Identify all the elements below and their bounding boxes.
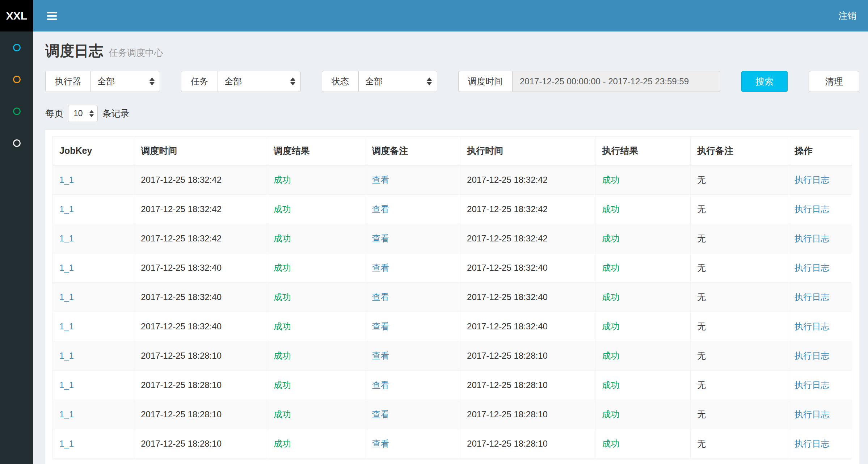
cell-sched-time: 2017-12-25 18:32:40 xyxy=(134,253,267,283)
sched-result-text: 成功 xyxy=(274,380,291,390)
sidebar-item-menu-3[interactable] xyxy=(0,95,33,127)
cell-exec-remark: 无 xyxy=(690,195,788,224)
exec-log-link[interactable]: 执行日志 xyxy=(795,292,829,302)
jobkey-link[interactable]: 1_1 xyxy=(59,321,74,331)
sched-remark-link[interactable]: 查看 xyxy=(372,439,389,448)
clear-button[interactable]: 清理 xyxy=(809,71,859,92)
exec-log-link[interactable]: 执行日志 xyxy=(795,351,829,360)
cell-action: 执行日志 xyxy=(788,429,852,459)
circle-icon xyxy=(13,76,21,83)
cell-exec-result: 成功 xyxy=(595,312,691,341)
exec-log-link[interactable]: 执行日志 xyxy=(795,175,829,185)
executor-filter-label: 执行器 xyxy=(45,71,90,92)
circle-icon xyxy=(13,139,21,147)
page-title: 调度日志 xyxy=(45,41,103,61)
time-range-input[interactable] xyxy=(512,71,720,92)
circle-icon xyxy=(13,107,21,115)
cell-action: 执行日志 xyxy=(788,312,852,341)
job-filter-label: 任务 xyxy=(181,71,218,92)
jobkey-link[interactable]: 1_1 xyxy=(59,292,74,302)
sched-result-text: 成功 xyxy=(274,292,291,302)
exec-log-link[interactable]: 执行日志 xyxy=(795,380,829,390)
sched-remark-link[interactable]: 查看 xyxy=(372,380,389,390)
table-row: 1_1 2017-12-25 18:32:40 成功 查看 2017-12-25… xyxy=(53,312,852,341)
cell-action: 执行日志 xyxy=(788,400,852,429)
cell-sched-time: 2017-12-25 18:32:42 xyxy=(134,165,267,195)
cell-action: 执行日志 xyxy=(788,341,852,371)
cell-sched-remark: 查看 xyxy=(365,429,460,459)
app-logo[interactable]: XXL xyxy=(0,0,33,31)
exec-log-link[interactable]: 执行日志 xyxy=(795,321,829,331)
cell-exec-time: 2017-12-25 18:28:10 xyxy=(460,341,595,371)
sched-remark-link[interactable]: 查看 xyxy=(372,175,389,185)
sidebar-item-menu-4[interactable] xyxy=(0,127,33,159)
cell-sched-remark: 查看 xyxy=(365,165,460,195)
log-table-header-row: JobKey调度时间调度结果调度备注执行时间执行结果执行备注操作 xyxy=(53,137,852,165)
column-header: 调度结果 xyxy=(267,137,365,165)
column-header: 执行结果 xyxy=(595,137,691,165)
executor-filter-group: 执行器 全部 xyxy=(45,71,160,92)
cell-sched-time: 2017-12-25 18:28:10 xyxy=(134,371,267,400)
sched-result-text: 成功 xyxy=(274,351,291,360)
search-button[interactable]: 搜索 xyxy=(741,71,788,92)
executor-select[interactable]: 全部 xyxy=(90,71,160,92)
exec-log-link[interactable]: 执行日志 xyxy=(795,263,829,273)
sched-remark-link[interactable]: 查看 xyxy=(372,263,389,273)
table-row: 1_1 2017-12-25 18:28:10 成功 查看 2017-12-25… xyxy=(53,429,852,459)
log-table: JobKey调度时间调度结果调度备注执行时间执行结果执行备注操作 1_1 201… xyxy=(52,136,852,459)
jobkey-link[interactable]: 1_1 xyxy=(59,380,74,390)
exec-log-link[interactable]: 执行日志 xyxy=(795,233,829,243)
cell-sched-remark: 查看 xyxy=(365,195,460,224)
column-header: 调度时间 xyxy=(134,137,267,165)
cell-exec-result: 成功 xyxy=(595,341,691,371)
log-table-body: 1_1 2017-12-25 18:32:42 成功 查看 2017-12-25… xyxy=(53,165,852,459)
jobkey-link[interactable]: 1_1 xyxy=(59,175,74,185)
column-header: 执行备注 xyxy=(690,137,788,165)
sched-remark-link[interactable]: 查看 xyxy=(372,233,389,243)
status-select[interactable]: 全部 xyxy=(358,71,437,92)
job-select[interactable]: 全部 xyxy=(218,71,301,92)
column-header: JobKey xyxy=(53,137,134,165)
cell-exec-time: 2017-12-25 18:28:10 xyxy=(460,371,595,400)
exec-log-link[interactable]: 执行日志 xyxy=(795,409,829,419)
select-arrows-icon xyxy=(149,77,155,85)
status-filter-group: 状态 全部 xyxy=(322,71,437,92)
sidebar-item-menu-2[interactable] xyxy=(0,63,33,95)
exec-log-link[interactable]: 执行日志 xyxy=(795,439,829,448)
main-content: 调度日志 任务调度中心 执行器 全部 任务 全部 状态 全部 xyxy=(33,31,868,464)
cell-exec-result: 成功 xyxy=(595,283,691,312)
table-row: 1_1 2017-12-25 18:32:42 成功 查看 2017-12-25… xyxy=(53,195,852,224)
jobkey-link[interactable]: 1_1 xyxy=(59,204,74,214)
sched-remark-link[interactable]: 查看 xyxy=(372,321,389,331)
exec-log-link[interactable]: 执行日志 xyxy=(795,204,829,214)
jobkey-link[interactable]: 1_1 xyxy=(59,263,74,273)
sidebar-toggle-button[interactable] xyxy=(46,9,58,23)
sched-remark-link[interactable]: 查看 xyxy=(372,292,389,302)
sidebar-menu xyxy=(0,31,33,159)
jobkey-link[interactable]: 1_1 xyxy=(59,351,74,360)
jobkey-link[interactable]: 1_1 xyxy=(59,439,74,448)
sidebar-item-menu-1[interactable] xyxy=(0,31,33,63)
cell-sched-result: 成功 xyxy=(267,253,365,283)
table-row: 1_1 2017-12-25 18:28:10 成功 查看 2017-12-25… xyxy=(53,341,852,371)
sched-remark-link[interactable]: 查看 xyxy=(372,204,389,214)
sched-result-text: 成功 xyxy=(274,439,291,448)
job-select-value: 全部 xyxy=(224,76,242,87)
time-filter-label: 调度时间 xyxy=(458,71,512,92)
cell-sched-time: 2017-12-25 18:32:42 xyxy=(134,195,267,224)
sidebar xyxy=(0,31,33,464)
cell-exec-remark: 无 xyxy=(690,400,788,429)
jobkey-link[interactable]: 1_1 xyxy=(59,233,74,243)
cell-sched-result: 成功 xyxy=(267,371,365,400)
sched-remark-link[interactable]: 查看 xyxy=(372,351,389,360)
cell-sched-remark: 查看 xyxy=(365,312,460,341)
page-size-select[interactable]: 10 xyxy=(68,105,98,122)
cell-sched-remark: 查看 xyxy=(365,341,460,371)
sched-remark-link[interactable]: 查看 xyxy=(372,409,389,419)
table-row: 1_1 2017-12-25 18:28:10 成功 查看 2017-12-25… xyxy=(53,400,852,429)
cell-sched-result: 成功 xyxy=(267,165,365,195)
logout-link[interactable]: 注销 xyxy=(838,10,856,22)
cell-jobkey: 1_1 xyxy=(53,400,134,429)
cell-exec-remark: 无 xyxy=(690,224,788,253)
jobkey-link[interactable]: 1_1 xyxy=(59,409,74,419)
